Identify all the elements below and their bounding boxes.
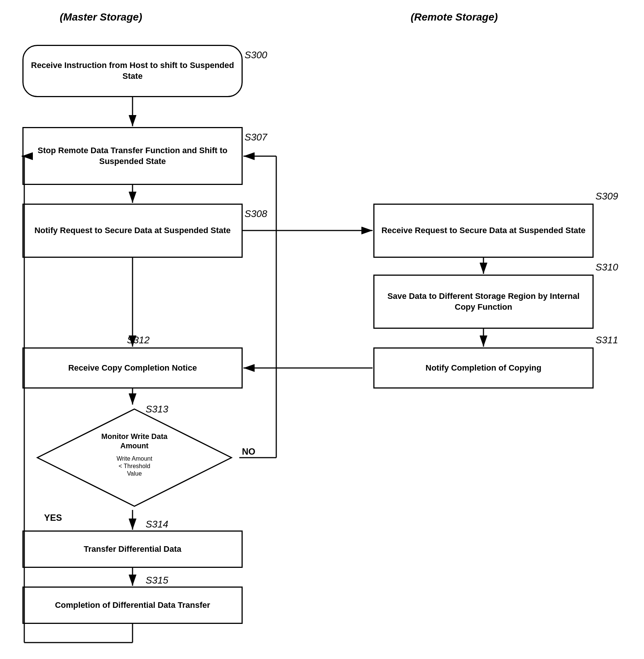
- svg-text:Monitor Write Data: Monitor Write Data: [101, 432, 168, 440]
- box-s308: Notify Request to Secure Data at Suspend…: [22, 204, 243, 258]
- step-s313: S313: [146, 403, 168, 415]
- no-label: NO: [242, 446, 255, 457]
- box-s307: Stop Remote Data Transfer Function and S…: [22, 127, 243, 185]
- step-s300: S300: [245, 49, 267, 61]
- box-s310: Save Data to Different Storage Region by…: [373, 275, 594, 329]
- step-s311: S311: [595, 334, 618, 346]
- box-s314: Transfer Differential Data: [22, 530, 243, 568]
- box-s313: Monitor Write Data Amount Write Amount <…: [30, 405, 239, 510]
- step-s310: S310: [595, 262, 618, 273]
- diagram-container: (Master Storage) (Remote Storage) Receiv…: [0, 0, 644, 659]
- step-s314: S314: [146, 519, 168, 530]
- box-s311: Notify Completion of Copying: [373, 347, 594, 389]
- step-s307: S307: [245, 132, 267, 143]
- svg-text:Write Amount: Write Amount: [116, 455, 152, 462]
- remote-storage-label: (Remote Storage): [411, 11, 498, 23]
- step-s315: S315: [146, 575, 168, 586]
- yes-label: YES: [44, 513, 62, 523]
- box-s312: Receive Copy Completion Notice: [22, 347, 243, 389]
- box-s300: Receive Instruction from Host to shift t…: [22, 45, 243, 97]
- svg-text:Value: Value: [127, 470, 142, 477]
- svg-text:Amount: Amount: [120, 442, 149, 450]
- svg-text:< Threshold: < Threshold: [119, 463, 150, 469]
- master-storage-label: (Master Storage): [60, 11, 142, 23]
- box-s309: Receive Request to Secure Data at Suspen…: [373, 204, 594, 258]
- box-s315: Completion of Differential Data Transfer: [22, 587, 243, 624]
- step-s308: S308: [245, 208, 267, 220]
- step-s309: S309: [595, 191, 618, 202]
- step-s312: S312: [127, 334, 150, 346]
